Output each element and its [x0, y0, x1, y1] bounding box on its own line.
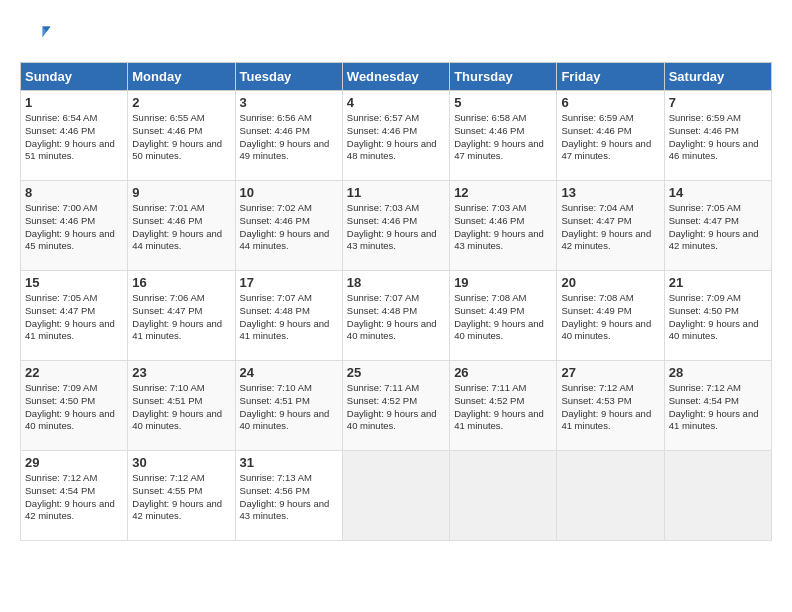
day-info: Sunrise: 6:58 AMSunset: 4:46 PMDaylight:… — [454, 112, 552, 163]
day-info: Sunrise: 6:56 AMSunset: 4:46 PMDaylight:… — [240, 112, 338, 163]
day-cell: 9Sunrise: 7:01 AMSunset: 4:46 PMDaylight… — [128, 181, 235, 271]
day-number: 17 — [240, 275, 338, 290]
day-number: 19 — [454, 275, 552, 290]
logo-icon — [20, 20, 52, 52]
header-day-wednesday: Wednesday — [342, 63, 449, 91]
day-number: 15 — [25, 275, 123, 290]
day-info: Sunrise: 7:08 AMSunset: 4:49 PMDaylight:… — [561, 292, 659, 343]
day-info: Sunrise: 7:08 AMSunset: 4:49 PMDaylight:… — [454, 292, 552, 343]
day-number: 6 — [561, 95, 659, 110]
day-info: Sunrise: 7:06 AMSunset: 4:47 PMDaylight:… — [132, 292, 230, 343]
day-cell: 22Sunrise: 7:09 AMSunset: 4:50 PMDayligh… — [21, 361, 128, 451]
day-info: Sunrise: 7:12 AMSunset: 4:54 PMDaylight:… — [25, 472, 123, 523]
day-cell: 2Sunrise: 6:55 AMSunset: 4:46 PMDaylight… — [128, 91, 235, 181]
day-info: Sunrise: 6:57 AMSunset: 4:46 PMDaylight:… — [347, 112, 445, 163]
day-info: Sunrise: 7:00 AMSunset: 4:46 PMDaylight:… — [25, 202, 123, 253]
day-info: Sunrise: 7:12 AMSunset: 4:55 PMDaylight:… — [132, 472, 230, 523]
day-number: 1 — [25, 95, 123, 110]
day-cell: 3Sunrise: 6:56 AMSunset: 4:46 PMDaylight… — [235, 91, 342, 181]
day-number: 2 — [132, 95, 230, 110]
day-number: 9 — [132, 185, 230, 200]
day-info: Sunrise: 7:13 AMSunset: 4:56 PMDaylight:… — [240, 472, 338, 523]
day-info: Sunrise: 7:02 AMSunset: 4:46 PMDaylight:… — [240, 202, 338, 253]
day-cell: 17Sunrise: 7:07 AMSunset: 4:48 PMDayligh… — [235, 271, 342, 361]
day-cell — [557, 451, 664, 541]
day-number: 18 — [347, 275, 445, 290]
header-day-tuesday: Tuesday — [235, 63, 342, 91]
day-number: 3 — [240, 95, 338, 110]
day-number: 23 — [132, 365, 230, 380]
day-number: 13 — [561, 185, 659, 200]
day-info: Sunrise: 6:59 AMSunset: 4:46 PMDaylight:… — [561, 112, 659, 163]
day-cell: 15Sunrise: 7:05 AMSunset: 4:47 PMDayligh… — [21, 271, 128, 361]
day-info: Sunrise: 7:05 AMSunset: 4:47 PMDaylight:… — [25, 292, 123, 343]
header-day-saturday: Saturday — [664, 63, 771, 91]
day-info: Sunrise: 7:10 AMSunset: 4:51 PMDaylight:… — [132, 382, 230, 433]
day-number: 8 — [25, 185, 123, 200]
header-day-monday: Monday — [128, 63, 235, 91]
day-number: 16 — [132, 275, 230, 290]
day-info: Sunrise: 7:11 AMSunset: 4:52 PMDaylight:… — [454, 382, 552, 433]
day-cell: 10Sunrise: 7:02 AMSunset: 4:46 PMDayligh… — [235, 181, 342, 271]
day-info: Sunrise: 7:05 AMSunset: 4:47 PMDaylight:… — [669, 202, 767, 253]
day-number: 10 — [240, 185, 338, 200]
header-row: SundayMondayTuesdayWednesdayThursdayFrid… — [21, 63, 772, 91]
week-row-1: 1Sunrise: 6:54 AMSunset: 4:46 PMDaylight… — [21, 91, 772, 181]
day-info: Sunrise: 6:55 AMSunset: 4:46 PMDaylight:… — [132, 112, 230, 163]
day-number: 24 — [240, 365, 338, 380]
day-cell: 31Sunrise: 7:13 AMSunset: 4:56 PMDayligh… — [235, 451, 342, 541]
day-cell: 7Sunrise: 6:59 AMSunset: 4:46 PMDaylight… — [664, 91, 771, 181]
day-cell: 12Sunrise: 7:03 AMSunset: 4:46 PMDayligh… — [450, 181, 557, 271]
day-cell: 6Sunrise: 6:59 AMSunset: 4:46 PMDaylight… — [557, 91, 664, 181]
day-cell: 24Sunrise: 7:10 AMSunset: 4:51 PMDayligh… — [235, 361, 342, 451]
day-info: Sunrise: 7:12 AMSunset: 4:54 PMDaylight:… — [669, 382, 767, 433]
logo — [20, 20, 56, 52]
header-day-sunday: Sunday — [21, 63, 128, 91]
day-cell: 16Sunrise: 7:06 AMSunset: 4:47 PMDayligh… — [128, 271, 235, 361]
day-number: 7 — [669, 95, 767, 110]
day-info: Sunrise: 7:12 AMSunset: 4:53 PMDaylight:… — [561, 382, 659, 433]
day-info: Sunrise: 7:07 AMSunset: 4:48 PMDaylight:… — [240, 292, 338, 343]
day-number: 27 — [561, 365, 659, 380]
day-cell: 25Sunrise: 7:11 AMSunset: 4:52 PMDayligh… — [342, 361, 449, 451]
day-number: 28 — [669, 365, 767, 380]
day-cell: 21Sunrise: 7:09 AMSunset: 4:50 PMDayligh… — [664, 271, 771, 361]
day-info: Sunrise: 7:11 AMSunset: 4:52 PMDaylight:… — [347, 382, 445, 433]
day-cell: 18Sunrise: 7:07 AMSunset: 4:48 PMDayligh… — [342, 271, 449, 361]
day-number: 25 — [347, 365, 445, 380]
day-number: 21 — [669, 275, 767, 290]
day-number: 4 — [347, 95, 445, 110]
day-number: 20 — [561, 275, 659, 290]
day-info: Sunrise: 7:07 AMSunset: 4:48 PMDaylight:… — [347, 292, 445, 343]
week-row-2: 8Sunrise: 7:00 AMSunset: 4:46 PMDaylight… — [21, 181, 772, 271]
header-day-thursday: Thursday — [450, 63, 557, 91]
day-cell: 28Sunrise: 7:12 AMSunset: 4:54 PMDayligh… — [664, 361, 771, 451]
day-cell: 11Sunrise: 7:03 AMSunset: 4:46 PMDayligh… — [342, 181, 449, 271]
day-cell: 27Sunrise: 7:12 AMSunset: 4:53 PMDayligh… — [557, 361, 664, 451]
week-row-5: 29Sunrise: 7:12 AMSunset: 4:54 PMDayligh… — [21, 451, 772, 541]
day-info: Sunrise: 6:54 AMSunset: 4:46 PMDaylight:… — [25, 112, 123, 163]
day-info: Sunrise: 7:04 AMSunset: 4:47 PMDaylight:… — [561, 202, 659, 253]
day-cell: 13Sunrise: 7:04 AMSunset: 4:47 PMDayligh… — [557, 181, 664, 271]
day-cell: 29Sunrise: 7:12 AMSunset: 4:54 PMDayligh… — [21, 451, 128, 541]
day-number: 14 — [669, 185, 767, 200]
day-info: Sunrise: 7:03 AMSunset: 4:46 PMDaylight:… — [347, 202, 445, 253]
week-row-3: 15Sunrise: 7:05 AMSunset: 4:47 PMDayligh… — [21, 271, 772, 361]
day-cell: 5Sunrise: 6:58 AMSunset: 4:46 PMDaylight… — [450, 91, 557, 181]
day-cell: 19Sunrise: 7:08 AMSunset: 4:49 PMDayligh… — [450, 271, 557, 361]
day-number: 22 — [25, 365, 123, 380]
header-day-friday: Friday — [557, 63, 664, 91]
week-row-4: 22Sunrise: 7:09 AMSunset: 4:50 PMDayligh… — [21, 361, 772, 451]
day-cell: 1Sunrise: 6:54 AMSunset: 4:46 PMDaylight… — [21, 91, 128, 181]
calendar-table: SundayMondayTuesdayWednesdayThursdayFrid… — [20, 62, 772, 541]
day-cell: 8Sunrise: 7:00 AMSunset: 4:46 PMDaylight… — [21, 181, 128, 271]
day-number: 12 — [454, 185, 552, 200]
day-cell: 26Sunrise: 7:11 AMSunset: 4:52 PMDayligh… — [450, 361, 557, 451]
day-info: Sunrise: 6:59 AMSunset: 4:46 PMDaylight:… — [669, 112, 767, 163]
day-number: 26 — [454, 365, 552, 380]
day-number: 31 — [240, 455, 338, 470]
day-number: 5 — [454, 95, 552, 110]
day-info: Sunrise: 7:09 AMSunset: 4:50 PMDaylight:… — [25, 382, 123, 433]
day-cell — [342, 451, 449, 541]
day-cell: 4Sunrise: 6:57 AMSunset: 4:46 PMDaylight… — [342, 91, 449, 181]
